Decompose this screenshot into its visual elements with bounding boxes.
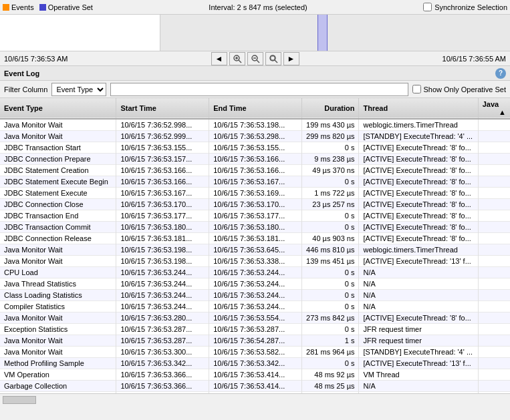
table-row[interactable]: Compiler Statistics10/6/15 7:36:53.244..… [0,301,510,312]
table-cell: 10/6/15 7:36:53.170... [209,199,302,210]
table-cell: N/A [359,381,478,392]
tab-events[interactable]: Events [3,3,34,11]
filter-column-select[interactable]: Event Type Start Time End Time Duration … [51,83,106,96]
table-row[interactable]: Java Monitor Wait10/6/15 7:36:53.198...1… [0,244,510,256]
table-cell: JDBC Statement Execute [0,188,116,199]
table-row[interactable]: JDBC Statement Execute Begin10/6/15 7:36… [0,176,510,188]
table-row[interactable]: Java Thread Statistics10/6/15 7:36:53.24… [0,278,510,290]
table-cell: 1 ms 722 µs [302,188,359,199]
event-table-container[interactable]: Event Type Start Time End Time Duration … [0,98,510,393]
nav-buttons-container: ◄ ► [68,52,442,65]
table-row[interactable]: Java Monitor Wait10/6/15 7:36:53.280...1… [0,312,510,324]
table-cell: 10/6/15 7:36:53.338... [209,256,302,267]
table-cell: 10/6/15 7:36:53.244... [116,290,209,301]
table-row[interactable]: Java Monitor Wait10/6/15 7:36:52.998...1… [0,119,510,131]
table-cell: 199 ms 430 µs [302,119,359,131]
table-cell: [STANDBY] ExecuteThread: '4' ... [359,347,478,358]
table-row[interactable]: JDBC Connection Prepare10/6/15 7:36:53.1… [0,154,510,165]
col-header-duration[interactable]: Duration [302,98,359,119]
col-header-java[interactable]: Java ▲ [478,98,510,119]
table-row[interactable]: Class Loading Statistics10/6/15 7:36:53.… [0,290,510,301]
svg-rect-9 [271,56,275,60]
table-row[interactable]: Exception Statistics10/6/15 7:36:53.287.… [0,324,510,335]
table-cell: 10/6/15 7:36:53.414... [209,381,302,392]
table-row[interactable]: JDBC Transaction End10/6/15 7:36:53.177.… [0,210,510,222]
col-header-thread[interactable]: Thread [359,98,478,119]
nav-zoom-fit-button[interactable] [265,52,281,65]
table-cell: 10/6/15 7:36:53.287... [116,335,209,347]
table-cell [478,176,510,188]
nav-forward-button[interactable]: ► [283,52,299,65]
table-cell: 10/6/15 7:36:53.157... [116,154,209,165]
table-row[interactable]: JDBC Connection Release10/6/15 7:36:53.1… [0,233,510,244]
table-cell: 10/6/15 7:36:53.298... [209,131,302,142]
table-cell: 10/6/15 7:36:53.414... [209,369,302,381]
sync-selection-label: Synchronize Selection [434,3,507,11]
table-cell: JDBC Transaction Start [0,142,116,154]
table-cell: 10/6/15 7:36:53.366... [116,381,209,392]
table-cell: Class Loading Statistics [0,290,116,301]
table-cell [478,165,510,176]
nav-back-button[interactable]: ◄ [211,52,227,65]
table-cell: 10/6/15 7:36:52.999... [116,131,209,142]
table-cell: [ACTIVE] ExecuteThread: '8' fo... [359,222,478,233]
sync-selection-container: Synchronize Selection [423,3,507,11]
table-cell: [STANDBY] ExecuteThread: '4' ... [359,131,478,142]
table-cell: [ACTIVE] ExecuteThread: '13' f... [359,358,478,369]
table-cell: 10/6/15 7:36:53.287... [209,324,302,335]
table-row[interactable]: JDBC Transaction Start10/6/15 7:36:53.15… [0,142,510,154]
table-cell: CPU Load [0,267,116,278]
table-cell [478,335,510,347]
table-cell: 299 ms 820 µs [302,131,359,142]
table-cell: N/A [359,301,478,312]
table-row[interactable]: Garbage Collection10/6/15 7:36:53.366...… [0,381,510,392]
table-row[interactable]: Method Profiling Sample10/6/15 7:36:53.3… [0,358,510,369]
filter-text-input[interactable] [110,83,408,96]
table-row[interactable]: JDBC Connection Close10/6/15 7:36:53.170… [0,199,510,210]
filter-row: Filter Column Event Type Start Time End … [0,81,510,98]
table-cell: JDBC Connection Close [0,199,116,210]
tab-bar: Events Operative Set [3,3,93,11]
sync-selection-checkbox[interactable] [423,3,432,11]
col-header-end-time[interactable]: End Time [209,98,302,119]
table-cell [478,347,510,358]
opset-icon [39,4,46,11]
table-row[interactable]: Java Monitor Wait10/6/15 7:36:53.300...1… [0,347,510,358]
timeline-selection[interactable] [317,15,328,51]
table-cell: [ACTIVE] ExecuteThread: '8' fo... [359,188,478,199]
table-cell: Java Monitor Wait [0,244,116,256]
table-cell: 10/6/15 7:36:53.244... [209,290,302,301]
show-operative-checkbox[interactable] [412,85,421,93]
table-cell: JDBC Statement Execute Begin [0,176,116,188]
table-row[interactable]: JDBC Transaction Commit10/6/15 7:36:53.1… [0,222,510,233]
table-row[interactable]: Java Monitor Wait10/6/15 7:36:52.999...1… [0,131,510,142]
nav-zoom-in-button[interactable] [229,52,245,65]
col-header-event-type[interactable]: Event Type [0,98,116,119]
table-cell: 273 ms 842 µs [302,312,359,324]
show-operative-container: Show Only Operative Set [412,85,506,93]
col-header-start-time[interactable]: Start Time [116,98,209,119]
timeline-right[interactable] [160,15,510,51]
horizontal-scrollbar[interactable] [3,396,36,404]
table-cell: 10/6/15 7:36:53.166... [209,165,302,176]
table-cell: 0 s [302,210,359,222]
table-cell: 10/6/15 7:36:53.244... [116,267,209,278]
table-cell: 48 ms 92 µs [302,369,359,381]
table-cell: 0 s [302,324,359,335]
table-cell: Exception Statistics [0,324,116,335]
table-row[interactable]: Java Monitor Wait10/6/15 7:36:53.287...1… [0,335,510,347]
table-cell: 40 µs 903 ns [302,233,359,244]
table-row[interactable]: VM Operation10/6/15 7:36:53.366...10/6/1… [0,369,510,381]
table-cell: 10/6/15 7:36:53.342... [209,358,302,369]
table-row[interactable]: JDBC Statement Execute10/6/15 7:36:53.16… [0,188,510,199]
tab-operative-set[interactable]: Operative Set [39,3,93,11]
nav-zoom-out-button[interactable] [247,52,263,65]
table-cell: 10/6/15 7:36:53.244... [209,267,302,278]
table-row[interactable]: CPU Load10/6/15 7:36:53.244...10/6/15 7:… [0,267,510,278]
table-cell [478,256,510,267]
table-row[interactable]: Java Monitor Wait10/6/15 7:36:53.198...1… [0,256,510,267]
help-icon[interactable]: ? [495,68,506,79]
events-icon [3,4,9,11]
table-row[interactable]: JDBC Statement Creation10/6/15 7:36:53.1… [0,165,510,176]
table-cell: Compiler Statistics [0,301,116,312]
